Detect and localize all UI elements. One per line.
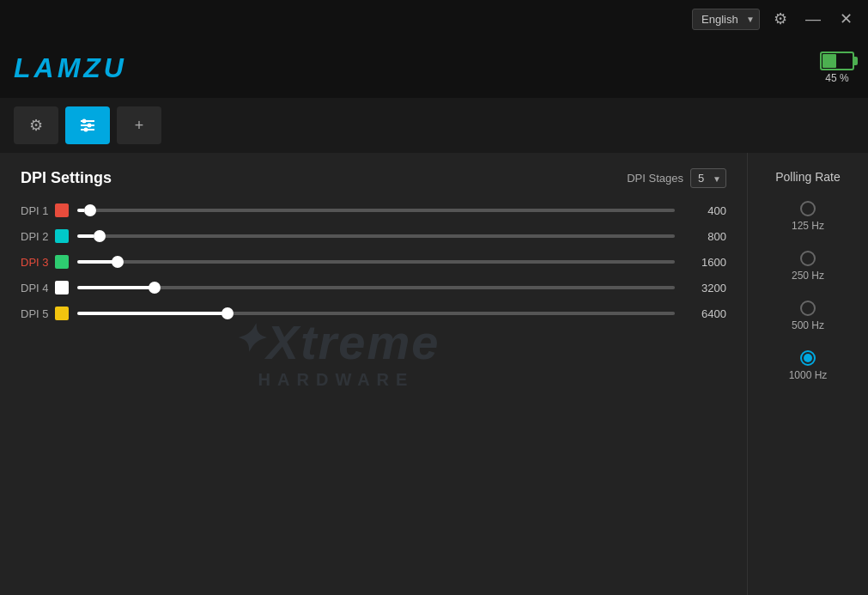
dpi-value-1: 400 — [683, 204, 726, 217]
dpi-value-5: 6400 — [683, 307, 726, 320]
dpi-slider-container-3 — [77, 253, 675, 270]
svg-point-3 — [82, 119, 87, 124]
dpi-header: DPI Settings DPI Stages 5 123467 ▼ — [21, 168, 726, 188]
dpi-color-swatch-2[interactable] — [55, 229, 69, 243]
dpi-slider-container-1 — [77, 202, 675, 219]
polling-radio-3[interactable] — [800, 350, 816, 366]
svg-point-4 — [88, 124, 92, 128]
dpi-slider-5[interactable] — [77, 312, 675, 315]
header: LAMZU 45 % — [0, 38, 868, 98]
polling-radio-1[interactable] — [800, 251, 816, 266]
dpi-stages-label: DPI Stages — [627, 172, 683, 185]
sliders-icon — [78, 116, 97, 135]
polling-rate-panel: Polling Rate 125 Hz 250 Hz 500 Hz 1000 H… — [748, 153, 868, 595]
dpi-color-swatch-4[interactable] — [55, 281, 69, 294]
watermark: ✦Xtreme HARDWARE — [233, 314, 440, 390]
language-select[interactable]: English — [692, 9, 760, 30]
toolbar: ⚙ + — [0, 98, 868, 153]
polling-hz-0: 125 Hz — [792, 220, 824, 232]
dpi-slider-container-4 — [77, 279, 675, 296]
battery-fill — [822, 54, 836, 68]
polling-hz-1: 250 Hz — [792, 270, 824, 282]
close-button[interactable]: ✕ — [834, 7, 858, 31]
settings-window-button[interactable]: ⚙ — [768, 7, 792, 31]
dpi-row-2: DPI 2 800 — [21, 228, 726, 245]
dpi-label-1: DPI 1 — [21, 204, 55, 217]
dpi-row-5: DPI 5 6400 — [21, 305, 726, 322]
dpi-color-swatch-5[interactable] — [55, 307, 69, 320]
dpi-row-4: DPI 4 3200 — [21, 279, 726, 296]
polling-hz-2: 500 Hz — [792, 319, 824, 331]
dpi-rows-container: DPI 1 400 DPI 2 800 DPI 3 1600 DPI 4 — [21, 202, 726, 322]
dpi-color-swatch-1[interactable] — [55, 203, 69, 217]
dpi-label-4: DPI 4 — [21, 282, 55, 294]
polling-rate-title: Polling Rate — [775, 170, 841, 184]
dpi-label-5: DPI 5 — [21, 307, 55, 320]
battery-section: 45 % — [820, 52, 854, 84]
dpi-slider-3[interactable] — [77, 260, 675, 264]
polling-radio-0[interactable] — [800, 201, 816, 216]
polling-hz-3: 1000 Hz — [789, 369, 828, 381]
logo: LAMZU — [14, 52, 127, 84]
dpi-row-1: DPI 1 400 — [21, 202, 726, 219]
add-button[interactable]: + — [117, 106, 161, 144]
dpi-slider-2[interactable] — [77, 234, 675, 238]
polling-option-2[interactable]: 500 Hz — [789, 301, 828, 331]
polling-radio-2[interactable] — [800, 301, 816, 316]
minimize-button[interactable]: — — [801, 7, 825, 31]
svg-point-5 — [84, 128, 88, 132]
dpi-stages-select[interactable]: 5 123467 — [690, 168, 726, 188]
polling-option-0[interactable]: 125 Hz — [789, 201, 828, 232]
battery-icon — [820, 52, 854, 70]
dpi-label-2: DPI 2 — [21, 230, 55, 243]
dpi-stages-wrapper: DPI Stages 5 123467 ▼ — [627, 168, 726, 188]
dpi-label-3: DPI 3 — [21, 256, 55, 269]
dpi-value-2: 800 — [683, 230, 726, 243]
dpi-row-3: DPI 3 1600 — [21, 253, 726, 270]
dpi-value-4: 3200 — [683, 282, 726, 294]
polling-option-1[interactable]: 250 Hz — [789, 251, 828, 282]
general-settings-button[interactable]: ⚙ — [14, 106, 58, 144]
sliders-button[interactable] — [65, 106, 110, 144]
polling-option-3[interactable]: 1000 Hz — [789, 350, 828, 381]
dpi-slider-1[interactable] — [77, 209, 675, 212]
dpi-title: DPI Settings — [21, 169, 112, 187]
dpi-slider-container-5 — [77, 305, 675, 322]
language-wrapper: English ▼ — [692, 9, 760, 30]
dpi-panel: DPI Settings DPI Stages 5 123467 ▼ DPI 1… — [0, 153, 748, 595]
battery-percent: 45 % — [825, 72, 848, 84]
dpi-slider-container-2 — [77, 228, 675, 245]
polling-options-container: 125 Hz 250 Hz 500 Hz 1000 Hz — [789, 201, 828, 400]
title-bar: English ▼ ⚙ — ✕ — [0, 0, 868, 38]
dpi-value-3: 1600 — [683, 256, 726, 269]
dpi-color-swatch-3[interactable] — [55, 255, 69, 269]
logo-text: LAMZU — [14, 52, 127, 84]
main-content: DPI Settings DPI Stages 5 123467 ▼ DPI 1… — [0, 153, 868, 595]
dpi-slider-4[interactable] — [77, 286, 675, 289]
